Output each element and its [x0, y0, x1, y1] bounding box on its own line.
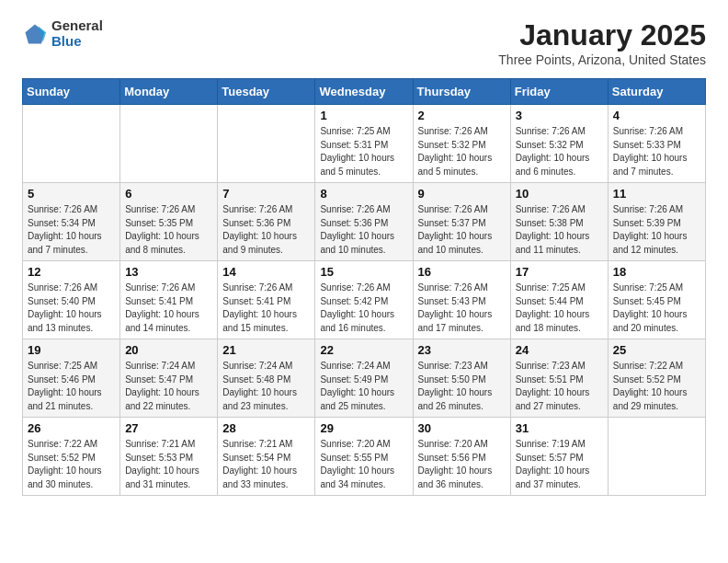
day-number: 23: [418, 343, 506, 357]
header: General Blue January 2025 Three Points, …: [22, 18, 706, 67]
calendar-cell: 26Sunrise: 7:22 AMSunset: 5:52 PMDayligh…: [23, 418, 120, 496]
calendar-cell: 1Sunrise: 7:25 AMSunset: 5:31 PMDaylight…: [315, 105, 413, 183]
day-number: 29: [320, 421, 407, 435]
day-number: 7: [222, 187, 310, 201]
day-info: Sunrise: 7:25 AMSunset: 5:31 PMDaylight:…: [320, 125, 407, 178]
calendar-cell: 9Sunrise: 7:26 AMSunset: 5:37 PMDaylight…: [413, 183, 510, 261]
calendar-cell: 3Sunrise: 7:26 AMSunset: 5:32 PMDaylight…: [510, 105, 608, 183]
day-number: 30: [418, 421, 506, 435]
day-number: 25: [613, 343, 700, 357]
day-info: Sunrise: 7:23 AMSunset: 5:51 PMDaylight:…: [516, 360, 603, 413]
day-number: 16: [418, 265, 506, 279]
weekday-header-friday: Friday: [510, 79, 608, 105]
day-number: 24: [516, 343, 603, 357]
calendar-cell: 13Sunrise: 7:26 AMSunset: 5:41 PMDayligh…: [120, 261, 218, 339]
day-info: Sunrise: 7:21 AMSunset: 5:54 PMDaylight:…: [222, 438, 310, 491]
calendar-week-2: 5Sunrise: 7:26 AMSunset: 5:34 PMDaylight…: [23, 183, 706, 261]
day-number: 14: [222, 265, 310, 279]
day-info: Sunrise: 7:26 AMSunset: 5:43 PMDaylight:…: [418, 282, 506, 335]
weekday-header-sunday: Sunday: [23, 79, 120, 105]
logo-blue-text: Blue: [51, 34, 103, 50]
day-info: Sunrise: 7:19 AMSunset: 5:57 PMDaylight:…: [516, 438, 603, 491]
calendar-cell: 28Sunrise: 7:21 AMSunset: 5:54 PMDayligh…: [218, 418, 315, 496]
day-info: Sunrise: 7:20 AMSunset: 5:55 PMDaylight:…: [320, 438, 407, 491]
logo-general-text: General: [51, 18, 103, 34]
day-number: 28: [222, 421, 310, 435]
weekday-header-wednesday: Wednesday: [315, 79, 413, 105]
day-number: 15: [320, 265, 407, 279]
calendar-cell: 27Sunrise: 7:21 AMSunset: 5:53 PMDayligh…: [120, 418, 218, 496]
day-number: 1: [320, 109, 407, 122]
calendar-cell: 8Sunrise: 7:26 AMSunset: 5:36 PMDaylight…: [315, 183, 413, 261]
day-info: Sunrise: 7:24 AMSunset: 5:49 PMDaylight:…: [320, 360, 407, 413]
weekday-header-monday: Monday: [120, 79, 218, 105]
day-info: Sunrise: 7:26 AMSunset: 5:41 PMDaylight:…: [222, 282, 310, 335]
calendar-cell: 16Sunrise: 7:26 AMSunset: 5:43 PMDayligh…: [413, 261, 510, 339]
day-info: Sunrise: 7:26 AMSunset: 5:33 PMDaylight:…: [613, 125, 700, 178]
calendar-cell: [23, 105, 120, 183]
day-info: Sunrise: 7:26 AMSunset: 5:42 PMDaylight:…: [320, 282, 407, 335]
day-info: Sunrise: 7:26 AMSunset: 5:36 PMDaylight:…: [222, 203, 310, 257]
logo-icon: [22, 21, 48, 47]
day-info: Sunrise: 7:26 AMSunset: 5:41 PMDaylight:…: [125, 282, 212, 335]
calendar-cell: 18Sunrise: 7:25 AMSunset: 5:45 PMDayligh…: [608, 261, 705, 339]
day-number: 31: [516, 421, 603, 435]
day-info: Sunrise: 7:26 AMSunset: 5:39 PMDaylight:…: [613, 203, 700, 257]
day-number: 11: [613, 187, 700, 201]
day-number: 8: [320, 187, 407, 201]
location-label: Three Points, Arizona, United States: [498, 52, 706, 67]
day-info: Sunrise: 7:26 AMSunset: 5:32 PMDaylight:…: [418, 125, 506, 178]
day-number: 19: [28, 343, 115, 357]
day-info: Sunrise: 7:26 AMSunset: 5:36 PMDaylight:…: [320, 203, 407, 257]
day-info: Sunrise: 7:21 AMSunset: 5:53 PMDaylight:…: [125, 438, 212, 491]
calendar-cell: 25Sunrise: 7:22 AMSunset: 5:52 PMDayligh…: [608, 339, 705, 418]
day-info: Sunrise: 7:22 AMSunset: 5:52 PMDaylight:…: [28, 438, 115, 491]
day-info: Sunrise: 7:25 AMSunset: 5:44 PMDaylight:…: [516, 282, 603, 335]
calendar-cell: 11Sunrise: 7:26 AMSunset: 5:39 PMDayligh…: [608, 183, 705, 261]
calendar-week-1: 1Sunrise: 7:25 AMSunset: 5:31 PMDaylight…: [23, 105, 706, 183]
day-number: 4: [613, 109, 700, 122]
calendar-week-5: 26Sunrise: 7:22 AMSunset: 5:52 PMDayligh…: [23, 418, 706, 496]
day-number: 10: [516, 187, 603, 201]
logo-text: General Blue: [51, 18, 103, 49]
logo: General Blue: [22, 18, 103, 49]
calendar-cell: 22Sunrise: 7:24 AMSunset: 5:49 PMDayligh…: [315, 339, 413, 418]
calendar-cell: 5Sunrise: 7:26 AMSunset: 5:34 PMDaylight…: [23, 183, 120, 261]
day-number: 2: [418, 109, 506, 122]
calendar-table: SundayMondayTuesdayWednesdayThursdayFrid…: [22, 78, 706, 496]
day-info: Sunrise: 7:23 AMSunset: 5:50 PMDaylight:…: [418, 360, 506, 413]
calendar-week-4: 19Sunrise: 7:25 AMSunset: 5:46 PMDayligh…: [23, 339, 706, 418]
day-number: 9: [418, 187, 506, 201]
calendar-cell: 20Sunrise: 7:24 AMSunset: 5:47 PMDayligh…: [120, 339, 218, 418]
day-number: 5: [28, 187, 115, 201]
calendar-cell: 15Sunrise: 7:26 AMSunset: 5:42 PMDayligh…: [315, 261, 413, 339]
day-info: Sunrise: 7:25 AMSunset: 5:45 PMDaylight:…: [613, 282, 700, 335]
day-info: Sunrise: 7:22 AMSunset: 5:52 PMDaylight:…: [613, 360, 700, 413]
calendar-cell: 29Sunrise: 7:20 AMSunset: 5:55 PMDayligh…: [315, 418, 413, 496]
calendar-cell: 2Sunrise: 7:26 AMSunset: 5:32 PMDaylight…: [413, 105, 510, 183]
day-info: Sunrise: 7:26 AMSunset: 5:34 PMDaylight:…: [28, 203, 115, 257]
day-info: Sunrise: 7:25 AMSunset: 5:46 PMDaylight:…: [28, 360, 115, 413]
day-info: Sunrise: 7:20 AMSunset: 5:56 PMDaylight:…: [418, 438, 506, 491]
weekday-header-saturday: Saturday: [608, 79, 705, 105]
calendar-cell: 17Sunrise: 7:25 AMSunset: 5:44 PMDayligh…: [510, 261, 608, 339]
day-info: Sunrise: 7:26 AMSunset: 5:40 PMDaylight:…: [28, 282, 115, 335]
day-info: Sunrise: 7:24 AMSunset: 5:47 PMDaylight:…: [125, 360, 212, 413]
month-title: January 2025: [498, 18, 706, 52]
day-number: 26: [28, 421, 115, 435]
weekday-header-row: SundayMondayTuesdayWednesdayThursdayFrid…: [23, 79, 706, 105]
day-info: Sunrise: 7:26 AMSunset: 5:38 PMDaylight:…: [516, 203, 603, 257]
calendar-cell: 6Sunrise: 7:26 AMSunset: 5:35 PMDaylight…: [120, 183, 218, 261]
calendar-cell: 10Sunrise: 7:26 AMSunset: 5:38 PMDayligh…: [510, 183, 608, 261]
calendar-cell: [218, 105, 315, 183]
calendar-cell: 14Sunrise: 7:26 AMSunset: 5:41 PMDayligh…: [218, 261, 315, 339]
weekday-header-tuesday: Tuesday: [218, 79, 315, 105]
day-number: 12: [28, 265, 115, 279]
day-info: Sunrise: 7:26 AMSunset: 5:37 PMDaylight:…: [418, 203, 506, 257]
calendar-cell: 7Sunrise: 7:26 AMSunset: 5:36 PMDaylight…: [218, 183, 315, 261]
calendar-cell: 23Sunrise: 7:23 AMSunset: 5:50 PMDayligh…: [413, 339, 510, 418]
day-number: 13: [125, 265, 212, 279]
page: General Blue January 2025 Three Points, …: [0, 0, 728, 511]
calendar-cell: 12Sunrise: 7:26 AMSunset: 5:40 PMDayligh…: [23, 261, 120, 339]
title-block: January 2025 Three Points, Arizona, Unit…: [498, 18, 706, 67]
